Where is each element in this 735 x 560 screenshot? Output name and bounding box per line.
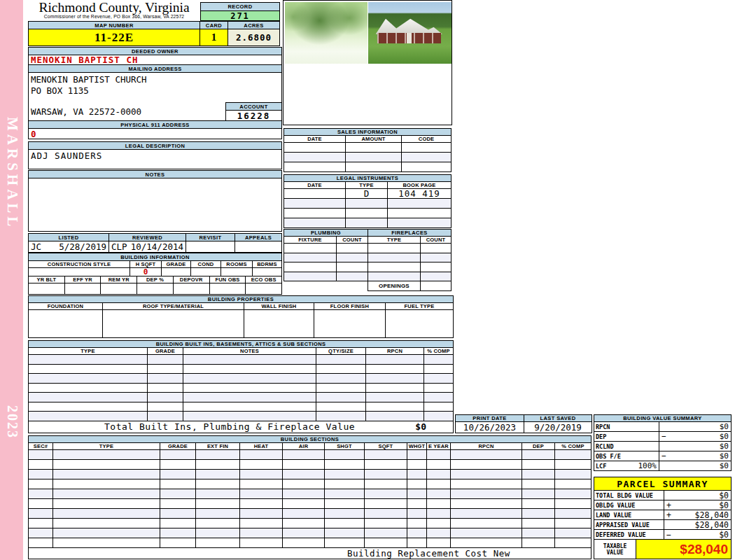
instrument-empty-row [284, 209, 451, 218]
cell [284, 262, 337, 272]
cell [29, 509, 53, 519]
county-subtitle: Commissioner of the Revenue, PO Box 366,… [28, 14, 200, 19]
remyr-value [101, 284, 137, 295]
account-label: ACCOUNT [226, 103, 282, 111]
cell [366, 355, 424, 365]
effyr-label: EFF YR [65, 276, 102, 284]
building-value-summary-title: BUILDING VALUE SUMMARY [594, 415, 732, 422]
cell [325, 499, 365, 509]
cell [29, 450, 53, 460]
record-box: RECORD 271 [200, 2, 280, 21]
cell [522, 460, 555, 470]
cell [407, 460, 427, 470]
bdrms-label: BDRMS [253, 261, 282, 268]
cell [424, 384, 454, 393]
cell [337, 262, 368, 272]
building-sections-footer-row: Building Replacement Cost New [29, 548, 592, 559]
mailing-name: MENOKIN BAPTIST CHURCH [31, 74, 147, 85]
cell [555, 538, 592, 548]
cell [29, 355, 148, 365]
parcel-summary: PARCEL SUMMARY TOTAL BLDG VALUE $0 OBLDG… [594, 477, 732, 559]
cell [160, 479, 196, 489]
record-label: RECORD [201, 3, 280, 11]
cell [183, 412, 316, 421]
cell [325, 509, 365, 519]
map-card-acres-table: MAP NUMBER CARD ACRES 11-22E 1 2.6800 [28, 21, 280, 46]
cell [148, 355, 183, 365]
bvs-dep-op: − [662, 432, 666, 441]
building-properties-title: BUILDING PROPERTIES [29, 296, 454, 303]
obldg-op: + [666, 500, 671, 510]
cell [427, 509, 451, 519]
reviewed-date: 10/14/2014 [131, 241, 183, 252]
last-saved-label: LAST SAVED [524, 415, 592, 422]
cell [160, 450, 196, 460]
cell [365, 470, 407, 479]
cell [283, 528, 325, 538]
cell [240, 489, 283, 499]
photo-field-thumbnail[interactable] [285, 2, 368, 64]
cell [427, 519, 451, 528]
bvs-rclnd-value: $0 [720, 442, 729, 451]
photo-building-thumbnail[interactable] [368, 2, 451, 64]
rooms-label: ROOMS [221, 261, 253, 268]
cell [365, 538, 407, 548]
cell [283, 460, 325, 470]
deferred-label: DEFERRED VALUE [594, 530, 664, 540]
cell [365, 450, 407, 460]
cell [346, 199, 388, 209]
cell [522, 450, 555, 460]
cell [148, 384, 183, 393]
total-bldg-label: TOTAL BLDG VALUE [594, 491, 664, 500]
cell [316, 365, 366, 374]
cell [407, 519, 427, 528]
cell [365, 519, 407, 528]
cell [53, 538, 160, 548]
cond-value [191, 268, 221, 276]
cell [555, 509, 592, 519]
map-number-label: MAP NUMBER [29, 22, 200, 29]
cell [316, 393, 366, 402]
listed-date: 5/28/2019 [59, 241, 106, 252]
print-date-value: 10/26/2023 [456, 422, 524, 433]
cell [316, 374, 366, 384]
bvs-obs-value: $0 [720, 451, 729, 461]
physical-address-value: 0 [29, 129, 282, 139]
cell [148, 402, 183, 412]
deferred-value: $0 [719, 530, 729, 540]
cell [53, 460, 160, 470]
cell [160, 528, 196, 538]
cell [240, 519, 283, 528]
cell [240, 460, 283, 470]
cell [366, 384, 424, 393]
cell [316, 355, 366, 365]
cell [160, 489, 196, 499]
last-saved-value: 9/20/2019 [524, 422, 592, 433]
cell [555, 470, 592, 479]
fuel-type-label: FUEL TYPE [386, 303, 454, 310]
cell [555, 479, 592, 489]
sec-grade-label: GRADE [160, 443, 196, 450]
cell [148, 393, 183, 402]
cell [160, 509, 196, 519]
cell [53, 499, 160, 509]
appeals-label: APPEALS [235, 234, 282, 241]
cell [325, 450, 365, 460]
bvs-lcf-value: $0 [720, 461, 729, 470]
built-ins-qty-label: QTY/SIZE [316, 348, 366, 355]
built-ins-total-value: $0 [415, 421, 426, 432]
cell [29, 519, 53, 528]
cell [368, 253, 421, 263]
cell [284, 199, 346, 209]
sales-empty-row [284, 143, 451, 153]
cell [148, 412, 183, 421]
replacement-cost-note: Building Replacement Cost New [347, 548, 510, 559]
appeals-value [235, 241, 282, 253]
cell [240, 499, 283, 509]
listed-by: JC [31, 241, 41, 252]
built-ins-table: BUILDING BUILT INS, BASEMENTS, ATTICS & … [28, 340, 454, 433]
cell [451, 489, 522, 499]
cond-label: COND [191, 261, 221, 268]
cell [407, 450, 427, 460]
building-sections-empty-row [29, 519, 592, 528]
